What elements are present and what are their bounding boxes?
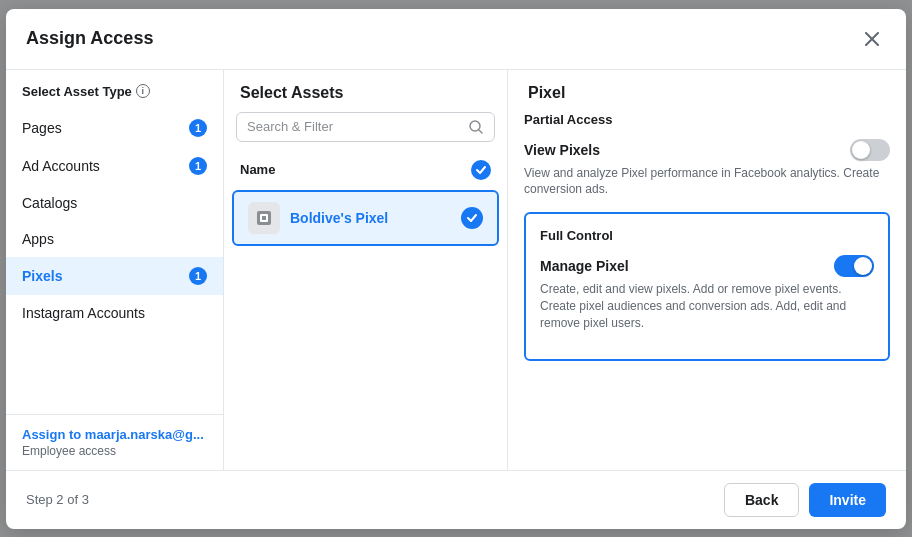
search-icon (468, 119, 484, 135)
sidebar-item-pixels[interactable]: Pixels 1 (6, 257, 223, 295)
full-control-title: Full Control (540, 228, 874, 243)
sidebar-item-pages-label: Pages (22, 120, 62, 136)
right-col-header: Pixel (508, 70, 906, 112)
view-pixels-name: View Pixels (524, 142, 600, 158)
name-column-header: Name (224, 152, 507, 188)
pixels-badge: 1 (189, 267, 207, 285)
pixel-icon (248, 202, 280, 234)
full-control-section: Full Control Manage Pixel Create, (524, 212, 890, 361)
asset-item-left: Boldive's Pixel (248, 202, 388, 234)
info-icon: i (136, 84, 150, 98)
close-icon (865, 32, 879, 46)
manage-pixel-toggle[interactable] (834, 255, 874, 277)
assign-to-text: Assign to maarja.narska@g... (22, 427, 207, 442)
name-col-label: Name (240, 162, 275, 177)
sidebar-item-apps[interactable]: Apps (6, 221, 223, 257)
sidebar-item-instagram-accounts[interactable]: Instagram Accounts (6, 295, 223, 331)
view-pixels-top: View Pixels (524, 139, 890, 161)
partial-access-title: Partial Access (524, 112, 890, 127)
modal-overlay: Assign Access Select Asset Type i Pages … (0, 0, 912, 537)
sidebar-item-pixels-label: Pixels (22, 268, 62, 284)
asset-type-header: Select Asset Type i (6, 70, 223, 109)
modal: Assign Access Select Asset Type i Pages … (6, 9, 906, 529)
right-column: Pixel Partial Access View Pixels (508, 70, 906, 470)
pages-badge: 1 (189, 119, 207, 137)
ad-accounts-badge: 1 (189, 157, 207, 175)
left-column: Select Asset Type i Pages 1 Ad Accounts … (6, 70, 224, 470)
sidebar-item-ad-accounts[interactable]: Ad Accounts 1 (6, 147, 223, 185)
manage-pixel-permission: Manage Pixel Create, edit and view pixel… (540, 255, 874, 331)
close-button[interactable] (858, 25, 886, 53)
partial-access-section: Partial Access View Pixels View an (524, 112, 890, 199)
left-col-footer: Assign to maarja.narska@g... Employee ac… (6, 414, 223, 470)
asset-type-list: Pages 1 Ad Accounts 1 Catalogs Apps Pixe (6, 109, 223, 414)
modal-title: Assign Access (26, 28, 153, 49)
asset-list: Boldive's Pixel (224, 188, 507, 470)
sidebar-item-catalogs-label: Catalogs (22, 195, 77, 211)
access-label: Employee access (22, 444, 207, 458)
manage-pixel-toggle-track[interactable] (834, 255, 874, 277)
sidebar-item-pages[interactable]: Pages 1 (6, 109, 223, 147)
manage-pixel-desc: Create, edit and view pixels. Add or rem… (540, 281, 874, 331)
modal-footer: Step 2 of 3 Back Invite (6, 470, 906, 529)
asset-selected-check (461, 207, 483, 229)
manage-pixel-top: Manage Pixel (540, 255, 874, 277)
manage-pixel-toggle-thumb (854, 257, 872, 275)
view-pixels-toggle[interactable] (850, 139, 890, 161)
sidebar-item-apps-label: Apps (22, 231, 54, 247)
modal-header: Assign Access (6, 9, 906, 70)
search-input[interactable] (247, 119, 460, 134)
sidebar-item-catalogs[interactable]: Catalogs (6, 185, 223, 221)
view-pixels-permission: View Pixels View and analyze Pixel perfo… (524, 139, 890, 199)
middle-column: Select Assets Name (224, 70, 508, 470)
modal-body: Select Asset Type i Pages 1 Ad Accounts … (6, 70, 906, 470)
step-text: Step 2 of 3 (26, 492, 89, 507)
svg-rect-3 (262, 216, 266, 220)
sidebar-item-instagram-accounts-label: Instagram Accounts (22, 305, 145, 321)
right-col-content: Partial Access View Pixels View an (508, 112, 906, 470)
check-all-icon (471, 160, 491, 180)
asset-item-boldives-pixel[interactable]: Boldive's Pixel (232, 190, 499, 246)
sidebar-item-ad-accounts-label: Ad Accounts (22, 158, 100, 174)
select-assets-header: Select Assets (224, 70, 507, 112)
view-pixels-desc: View and analyze Pixel performance in Fa… (524, 165, 890, 199)
view-pixels-toggle-track[interactable] (850, 139, 890, 161)
asset-name: Boldive's Pixel (290, 210, 388, 226)
back-button[interactable]: Back (724, 483, 799, 517)
asset-type-label: Select Asset Type (22, 84, 132, 99)
invite-button[interactable]: Invite (809, 483, 886, 517)
manage-pixel-name: Manage Pixel (540, 258, 629, 274)
view-pixels-toggle-thumb (852, 141, 870, 159)
footer-buttons: Back Invite (724, 483, 886, 517)
search-box[interactable] (236, 112, 495, 142)
